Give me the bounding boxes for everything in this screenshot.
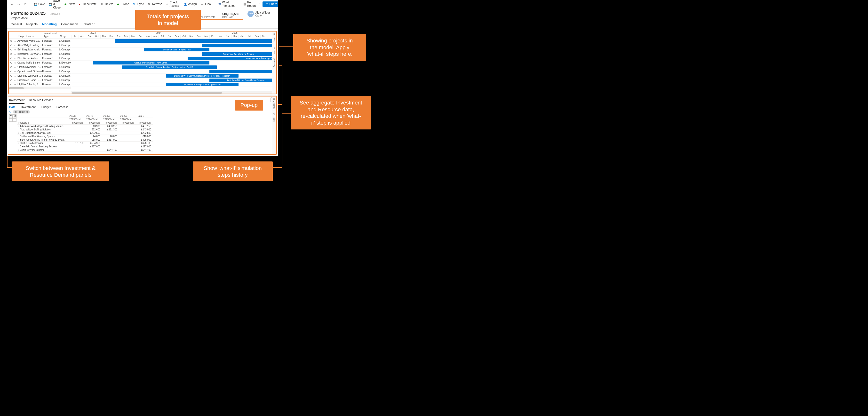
investment-type-cell[interactable]: Forecast	[42, 48, 59, 51]
popout-button[interactable]	[23, 1, 29, 6]
gantt-row[interactable]: ⊙ ▭ Biothermal Ear Warming System Foreca…	[9, 52, 71, 56]
tab-related[interactable]: Related	[83, 22, 95, 28]
gantt-row[interactable]: ⊙ ▭ Bell Linguistics Analysis Tool Forec…	[9, 48, 71, 52]
subtab-forecast[interactable]: Forecast	[57, 106, 68, 109]
gantt-row[interactable]: ⊙ ▭ Highline Climbing Analysis Applicati…	[9, 82, 71, 87]
share-button[interactable]: Share	[262, 1, 278, 7]
delete-button[interactable]: Delete	[99, 1, 115, 7]
gantt-row[interactable]: ⊙ ▭ AdventureWorks Cycles Building Maint…	[9, 39, 71, 43]
new-button[interactable]: New	[63, 1, 76, 7]
owner-control[interactable]: AW Alex Wilber Owner	[247, 11, 274, 17]
investment-type-cell[interactable]: Forecast	[42, 75, 59, 77]
pin-icon[interactable]: ⊙	[9, 75, 13, 77]
side-history[interactable]: ◷History	[272, 56, 276, 69]
investment-type-cell[interactable]: Forecast	[42, 57, 59, 60]
investment-type-cell[interactable]: Forecast	[42, 61, 59, 64]
project-chip[interactable]: Project	[12, 110, 30, 114]
gantt-bar[interactable]: Biothermal Ear Warming System	[202, 52, 275, 56]
lower-side-filters[interactable]: ▽Filters	[272, 111, 276, 123]
tab-projects[interactable]: Projects	[26, 22, 37, 28]
col-stage[interactable]: Stage	[59, 35, 71, 38]
pin-icon[interactable]: ⊙	[9, 39, 13, 42]
investment-type-cell[interactable]: Forecast	[42, 39, 59, 42]
gantt-row[interactable]: ⊙ ▭ Akzo Widget Buffing Solution Forecas…	[9, 43, 71, 48]
gantt-timeline[interactable]: 202320242025 JulAugSepOctNovDecJanFebMar…	[71, 31, 276, 94]
gantt-bar[interactable]: Cycle to Work Scheme	[210, 70, 276, 73]
gantt-row[interactable]: ⊙ ▭ Distributed Home Surveillance Foreca…	[9, 78, 71, 82]
save-close-button[interactable]: Save & Close	[47, 0, 62, 10]
pin-icon[interactable]: ⊙	[9, 61, 13, 64]
side-config[interactable]: ▦Config	[272, 31, 276, 44]
filter-icon[interactable]: ▽	[9, 110, 11, 114]
gantt-row[interactable]: ⊙ ▭ Clearfield Animal Tracking System Fo…	[9, 65, 71, 69]
pin-icon[interactable]: ⊙	[9, 70, 13, 73]
check-access-button[interactable]: Check Access	[164, 0, 182, 8]
pin-icon[interactable]: ⊙	[9, 48, 13, 51]
gantt-row[interactable]: ⊙ ▭ Cycle to Work Scheme Forecast 1. Con…	[9, 69, 71, 74]
refresh-button[interactable]: Refresh	[146, 1, 164, 7]
gantt-bar[interactable]: Cactus Traffic Sensor (John Smith)	[93, 61, 210, 64]
investment-type-cell[interactable]: Forecast	[42, 53, 59, 55]
lower-tab-investment[interactable]: Investment	[9, 97, 25, 104]
gantt-bar[interactable]: Distributed Home Surveillance System	[210, 79, 276, 82]
deactivate-button[interactable]: Deactivate	[77, 1, 98, 7]
pin-icon[interactable]: ⊙	[9, 66, 13, 68]
pivot-row[interactable]: AdventureWorks Cycles Building Maintenan…	[17, 125, 153, 128]
gantt-row[interactable]: ⊙ ▭ Blue Yonder Airline Flight Rewards F…	[9, 56, 71, 61]
pivot-row[interactable]: Blue Yonder Airline Flight Rewards Syste…	[17, 138, 153, 142]
pin-icon[interactable]: ⊙	[9, 57, 13, 60]
lower-side-columns[interactable]: ▦Columns	[272, 96, 276, 111]
tab-modelling[interactable]: Modelling	[42, 22, 57, 28]
btn-collapse[interactable]: −	[13, 118, 17, 122]
pivot-year[interactable]: 2023 ›	[68, 114, 85, 118]
pivot-row[interactable]: Cactus Traffic Sensor £31,750 £594,950 £…	[17, 142, 153, 145]
subtab-data[interactable]: Data	[9, 106, 16, 109]
pin-icon[interactable]: ⊙	[9, 83, 13, 86]
investment-type-cell[interactable]: Forecast	[42, 79, 59, 82]
flow-button[interactable]: Flow	[199, 1, 216, 7]
investment-type-cell[interactable]: Forecast	[42, 44, 59, 47]
subtab-investment[interactable]: Investment	[21, 106, 36, 109]
col-project-name[interactable]: Project Name	[17, 35, 42, 38]
pin-icon[interactable]: ⊙	[9, 79, 13, 82]
pivot-row[interactable]: Bell Linguistics Analysis Tool £202,500 …	[17, 131, 153, 135]
pivot-row[interactable]: Cycle to Work Scheme £544,400 £544,400	[17, 148, 153, 152]
gantt-row[interactable]: ⊙ ▭ Cactus Traffic Sensor Forecast 3. Ex…	[9, 61, 71, 65]
pivot-year[interactable]: 2024 ›	[85, 114, 102, 118]
gantt-bar[interactable]: Bell Linguistics Analysis Tool	[144, 48, 210, 51]
btn-expand[interactable]: +	[9, 118, 12, 122]
save-button[interactable]: Save	[32, 1, 46, 7]
open-record-set-button[interactable]	[16, 1, 22, 6]
gantt-bar[interactable]: Diamond Wi-fi Communication Protocol for…	[166, 74, 239, 78]
btn-month[interactable]: M	[13, 114, 17, 118]
pivot-row[interactable]: Clearfield Animal Tracking System £227,0…	[17, 145, 153, 148]
side-filters[interactable]: ▽Filters	[272, 44, 276, 56]
tab-comparison[interactable]: Comparison	[61, 22, 78, 28]
pivot-projects-header[interactable]: Projects ◇	[17, 121, 68, 125]
pin-icon[interactable]: ⊙	[9, 53, 13, 55]
tab-general[interactable]: General	[11, 22, 22, 28]
gantt-bar[interactable]: AdventureWorks Cycles Building Maintenan…	[115, 39, 276, 43]
investment-type-cell[interactable]: Forecast	[42, 70, 59, 73]
pivot-year[interactable]: Total ›	[136, 114, 153, 118]
subtab-budget[interactable]: Budget	[41, 106, 51, 109]
pivot-row[interactable]: Biothermal Ear Warming System £4,000 £6,…	[17, 135, 153, 138]
pivot-year[interactable]: 2025 ›	[102, 114, 119, 118]
btn-year[interactable]: Y	[9, 114, 12, 118]
pin-icon[interactable]: ⊙	[9, 44, 13, 47]
run-report-button[interactable]: Run Report	[242, 0, 261, 8]
gantt-bar[interactable]: Akzo Widget Buffing Solution (Adam Smith…	[202, 43, 276, 47]
assign-button[interactable]: Assign	[182, 1, 198, 7]
gantt-bar[interactable]: Blue Yonder Airline Flight Rewards Syste…	[188, 57, 276, 60]
lower-tab-resource[interactable]: Resource Demand	[29, 97, 53, 104]
pivot-year[interactable]: 2026 ›	[119, 114, 136, 118]
pivot-row[interactable]: Akzo Widget Buffing Solution £22,600 £22…	[17, 128, 153, 131]
sync-button[interactable]: Sync	[131, 1, 146, 7]
gantt-row[interactable]: ⊙ ▭ Diamond Wi-fi Communication Protocol…	[9, 74, 71, 78]
gantt-bar[interactable]: Highline Climbing Analysis Application	[166, 83, 239, 86]
gantt-bar[interactable]: Clearfield Animal Tracking System (Adam …	[122, 65, 217, 69]
investment-type-cell[interactable]: Forecast	[42, 83, 59, 86]
word-templates-button[interactable]: Word Templates	[217, 0, 241, 8]
col-investment-type[interactable]: Investment Type	[42, 32, 59, 38]
back-button[interactable]	[9, 1, 15, 6]
